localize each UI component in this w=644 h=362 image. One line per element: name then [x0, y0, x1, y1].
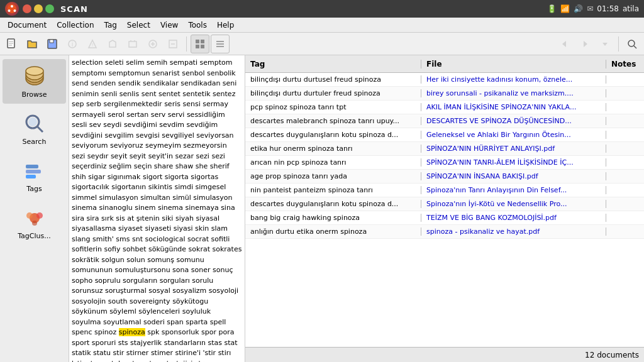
results-footer: 12 documents: [245, 347, 644, 362]
svg-text:i: i: [72, 41, 73, 48]
minimize-button[interactable]: [34, 4, 43, 13]
cell-tag: bilinçdışı durtu durtuler freud spinoza: [245, 89, 421, 97]
app-title: SCAN: [60, 4, 88, 14]
maximize-button[interactable]: [45, 4, 54, 13]
table-row[interactable]: bilinçdışı durtu durtusel freud spinoza …: [245, 73, 644, 87]
tray-network-icon: 🔋: [547, 4, 557, 13]
svg-rect-22: [196, 40, 199, 43]
toolbar-btn-3[interactable]: [43, 35, 62, 53]
table-row[interactable]: pcp spinoz spinoza tanrı tpt AKIL İMAN İ…: [245, 101, 644, 114]
table-row[interactable]: anlığın durtu etika onerm spinoza spinoz…: [245, 225, 644, 239]
cell-file: Geleneksel ve Ahlaki Bir Yargının Ötesin…: [421, 131, 606, 139]
menubar: Document Collection Tag Select View Tool…: [0, 18, 644, 33]
close-button[interactable]: [23, 4, 31, 13]
table-row[interactable]: descartes duygulanışların kotu spinoza d…: [245, 128, 644, 142]
search-button[interactable]: [623, 35, 641, 53]
menu-select[interactable]: Select: [122, 19, 155, 31]
cell-file: DESCARTES VE SPİNOZA DÜŞÜNCESİND...: [421, 117, 606, 125]
highlighted-word: spinoza: [119, 328, 145, 336]
main-content: Browse Search Tags: [0, 55, 644, 362]
svg-point-3: [14, 9, 16, 12]
toolbar-btn-9[interactable]: [164, 35, 182, 53]
svg-rect-41: [26, 165, 38, 168]
menu-document[interactable]: Document: [3, 19, 52, 31]
grid-view-button[interactable]: [191, 35, 209, 53]
table-row[interactable]: arıcan nin pcp spinoza tanrı SPİNOZA'NIN…: [245, 156, 644, 170]
col-header-file: File: [421, 60, 606, 69]
tray-user: atila: [623, 4, 639, 13]
tagclus-label: TagClus...: [18, 232, 51, 240]
svg-line-40: [37, 126, 43, 132]
back-button[interactable]: [555, 35, 574, 53]
table-row[interactable]: bilinçdışı durtu durtuler freud spinoza …: [245, 87, 644, 101]
cell-tag: etika hur onerm spinoza tanrı: [245, 145, 421, 153]
cell-tag: age prop spinoza tanrı yada: [245, 172, 421, 180]
table-row[interactable]: etika hur onerm spinoza tanrı SPİNOZA'NI…: [245, 142, 644, 156]
menu-tag[interactable]: Tag: [99, 19, 122, 31]
svg-point-1: [11, 5, 13, 8]
ubuntu-logo-icon[interactable]: [5, 2, 19, 16]
menu-tools[interactable]: Tools: [183, 19, 212, 31]
cell-file: TEİZM VE BİG BANG KOZMOLOJİSİ.pdf: [421, 214, 606, 222]
sidebar-item-search[interactable]: Search: [3, 106, 66, 151]
tray-sound-icon: 🔊: [574, 4, 583, 13]
results-panel: Tag File Notes bilinçdışı durtu durtusel…: [245, 55, 644, 362]
wordlist-scroll[interactable]: selection seleti selim semih sempati sem…: [69, 55, 245, 362]
svg-rect-9: [50, 40, 53, 43]
toolbar-btn-1[interactable]: [3, 35, 21, 53]
tray-wifi-icon: 📶: [560, 4, 570, 13]
topbar: SCAN 🔋 📶 🔊 ✉ 01:58 atila: [0, 0, 644, 18]
cell-file: SPİNOZA'NIN İNSANA BAKIŞI.pdf: [421, 172, 606, 180]
cell-tag: descartes duygulanışların kotu spinoza d…: [245, 131, 421, 139]
table-row[interactable]: age prop spinoza tanrı yada SPİNOZA'NIN …: [245, 170, 644, 184]
menu-collection[interactable]: Collection: [52, 19, 99, 31]
table-row[interactable]: nin panteist panteizm spinoza tanrı Spin…: [245, 184, 644, 197]
cell-tag: arıcan nin pcp spinoza tanrı: [245, 158, 421, 167]
svg-point-45: [26, 212, 33, 219]
col-header-tag: Tag: [245, 60, 421, 69]
cell-file: SPİNOZA'NIN HÜRRİYET ANLAYIŞI.pdf: [421, 145, 606, 153]
svg-point-47: [32, 221, 37, 226]
toolbar-btn-2[interactable]: [23, 35, 42, 53]
svg-marker-29: [562, 41, 566, 47]
tray-mail-icon: ✉: [587, 4, 593, 13]
system-tray: 🔋 📶 🔊 ✉ 01:58 atila: [547, 4, 639, 13]
toolbar-btn-8[interactable]: [143, 35, 162, 53]
sidebar-item-tags[interactable]: Tags: [3, 153, 66, 198]
sidebar-item-browse[interactable]: Browse: [3, 59, 66, 104]
toolbar-btn-7[interactable]: [123, 35, 142, 53]
svg-rect-43: [26, 175, 36, 178]
cell-tag: anlığın durtu etika onerm spinoza: [245, 228, 421, 236]
svg-line-33: [634, 46, 636, 48]
menu-help[interactable]: Help: [212, 19, 239, 31]
toolbar-btn-5[interactable]: !: [83, 35, 102, 53]
svg-rect-42: [26, 170, 41, 173]
col-header-notes: Notes: [606, 60, 644, 69]
cell-tag: bilinçdışı durtu durtusel freud spinoza: [245, 75, 421, 84]
browse-icon: [22, 64, 47, 89]
table-row[interactable]: descartes malebranch spinoza tanrı upuy.…: [245, 114, 644, 128]
cell-tag: pcp spinoz spinoza tanrı tpt: [245, 103, 421, 111]
cell-file: Spinoza'nın Tanrı Anlayışının Din Felsef…: [421, 186, 606, 194]
toolbar-btn-6[interactable]: [103, 35, 122, 53]
toolbar-btn-4[interactable]: i: [63, 35, 82, 53]
results-table-body: bilinçdışı durtu durtusel freud spinoza …: [245, 73, 644, 347]
list-view-button[interactable]: [211, 35, 230, 53]
svg-rect-14: [129, 41, 136, 47]
menu-view[interactable]: View: [155, 19, 183, 31]
table-header: Tag File Notes: [245, 55, 644, 73]
table-row[interactable]: bang big craig hawking spinoza TEİZM VE …: [245, 211, 644, 225]
svg-point-39: [28, 118, 37, 126]
cell-tag: nin panteist panteizm spinoza tanrı: [245, 186, 421, 194]
window-controls: [23, 4, 54, 13]
forward-button[interactable]: [575, 35, 594, 53]
wordlist-panel: selection seleti selim semih sempati sem…: [69, 55, 245, 362]
cell-file: birey sorunsali - psikanaliz ve marksizm…: [421, 89, 606, 97]
svg-rect-25: [201, 45, 204, 48]
svg-point-37: [26, 67, 43, 75]
cell-file: Spinoza'nın İyi-Kötü ve Nedensellik Pro.…: [421, 200, 606, 208]
document-count: 12 documents: [585, 351, 639, 359]
sidebar-item-tagclus[interactable]: TagClus...: [3, 200, 66, 245]
table-row[interactable]: descartes duygulanışların kotu spinoza d…: [245, 197, 644, 211]
dropdown-button[interactable]: [596, 35, 614, 53]
